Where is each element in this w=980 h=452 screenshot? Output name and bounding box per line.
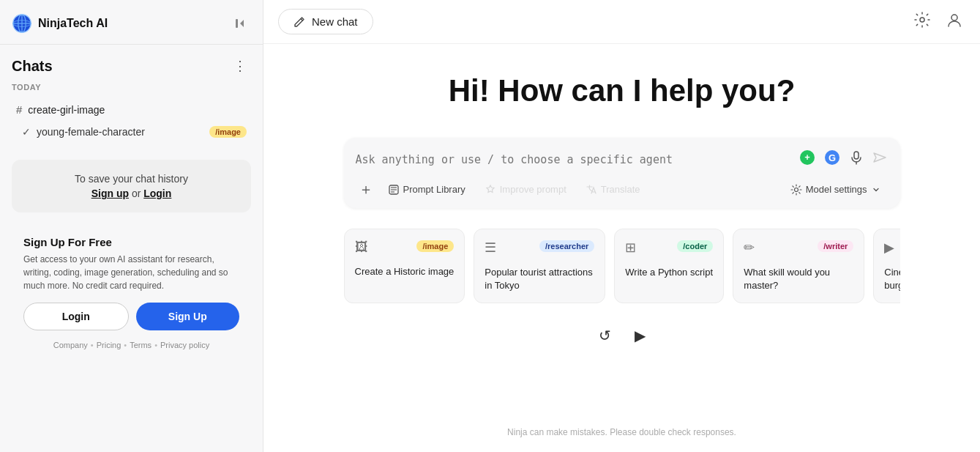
footer-links: Company • Pricing • Terms • Privacy poli…: [23, 341, 239, 349]
coder-card-icon: ⊞: [625, 240, 636, 256]
suggestion-card-coder[interactable]: ⊞ /coder Write a Python script: [614, 229, 724, 303]
suggestion-card-video[interactable]: Beta ▶ /video Cinematic shot of a burger: [873, 229, 899, 303]
researcher-card-icon: ☰: [485, 240, 496, 256]
image-tag: /image: [209, 126, 247, 138]
suggestion-card-researcher[interactable]: ☰ /researcher Popular tourist attraction…: [474, 229, 605, 303]
new-chat-button[interactable]: New chat: [278, 9, 373, 34]
chat-item-name: create-girl-image: [28, 104, 247, 116]
privacy-link[interactable]: Privacy policy: [160, 341, 209, 349]
check-icon: ✓: [22, 126, 31, 138]
prompt-library-label: Prompt Library: [403, 184, 465, 195]
input-toolbar: ＋ Prompt Library Improve prompt: [356, 178, 889, 201]
send-icon: [872, 150, 887, 165]
settings-icon: [914, 12, 930, 28]
sidebar-header: NinjaTech AI: [0, 0, 263, 45]
svg-point-19: [794, 188, 798, 191]
suggestion-cards: 🖼 /image Create a Historic image ☰ /rese…: [344, 229, 900, 309]
add-button[interactable]: ＋: [356, 178, 376, 201]
promo-description: Get access to your own AI assistant for …: [23, 253, 239, 292]
translate-button[interactable]: Translate: [578, 180, 648, 199]
pencil-icon: [293, 15, 306, 28]
logo-area: NinjaTech AI: [12, 13, 108, 34]
svg-point-8: [951, 15, 957, 21]
collapse-icon: [233, 16, 248, 31]
improve-prompt-icon: [485, 184, 496, 196]
suggestion-card-writer[interactable]: ✏ /writer What skill would you master?: [733, 229, 864, 303]
card-header-writer: ✏ /writer: [744, 240, 853, 260]
improve-prompt-label: Improve prompt: [500, 184, 566, 195]
writer-tag: /writer: [818, 240, 853, 252]
coder-tag: /coder: [677, 240, 713, 252]
topbar-right: [911, 9, 965, 34]
model-settings-button[interactable]: Model settings: [783, 180, 889, 199]
input-icons-right: + G: [798, 148, 889, 171]
chats-title: Chats: [12, 58, 53, 75]
chat-input[interactable]: [356, 153, 790, 166]
carousel-forward-button[interactable]: ▶: [629, 324, 651, 347]
green-circle-icon: +: [799, 149, 815, 166]
video-card-text: Cinematic shot of a burger: [884, 266, 899, 292]
image-card-text: Create a Historic image: [355, 265, 455, 278]
auth-buttons: Login Sign Up: [23, 303, 239, 330]
save-history-links: Sign up or Login: [23, 188, 239, 199]
hash-icon: #: [16, 103, 22, 116]
carousel-back-button[interactable]: ↺: [593, 324, 617, 347]
terms-link[interactable]: Terms: [130, 341, 152, 349]
user-icon: [946, 12, 962, 28]
writer-card-icon: ✏: [744, 240, 755, 256]
chevron-down-icon: [871, 185, 881, 195]
login-link[interactable]: Login: [143, 188, 171, 199]
main-content: Hi! How can I help you? +: [263, 44, 980, 452]
pricing-link[interactable]: Pricing: [97, 341, 121, 349]
signup-button[interactable]: Sign Up: [136, 303, 240, 330]
model-settings-icon: [790, 184, 802, 196]
chat-item-create-girl-image[interactable]: # create-girl-image: [12, 97, 251, 122]
send-button[interactable]: [871, 149, 889, 170]
svg-text:+: +: [804, 152, 810, 163]
svg-rect-6: [236, 19, 238, 28]
or-text: or: [132, 188, 143, 199]
improve-prompt-button[interactable]: Improve prompt: [477, 180, 574, 199]
suggestion-card-image[interactable]: 🖼 /image Create a Historic image: [344, 229, 465, 303]
chat-item-young-female-character[interactable]: ✓ young-female-character /image: [12, 122, 251, 142]
image-card-icon: 🖼: [355, 240, 368, 255]
app-name: NinjaTech AI: [38, 17, 108, 30]
chat-input-area: + G: [344, 138, 900, 208]
microphone-icon: [849, 150, 864, 165]
microphone-button[interactable]: [848, 149, 865, 170]
main-topbar: New chat: [263, 0, 980, 44]
prompt-library-button[interactable]: Prompt Library: [381, 180, 473, 199]
researcher-tag: /researcher: [539, 240, 594, 252]
promo-title: Sign Up For Free: [23, 236, 239, 248]
chats-menu-button[interactable]: ⋮: [229, 56, 251, 75]
sidebar: NinjaTech AI Chats ⋮ TODAY # create-girl…: [0, 0, 263, 452]
signup-promo: Sign Up For Free Get access to your own …: [12, 224, 251, 361]
svg-rect-13: [854, 152, 859, 159]
signup-link[interactable]: Sign up: [91, 188, 129, 199]
today-label: TODAY: [12, 83, 251, 92]
chats-section: Chats ⋮ TODAY # create-girl-image ✓ youn…: [0, 45, 263, 148]
chats-header: Chats ⋮: [12, 56, 251, 75]
svg-point-7: [920, 18, 924, 22]
attachment-button[interactable]: +: [798, 148, 817, 171]
card-header-researcher: ☰ /researcher: [485, 240, 594, 260]
user-profile-button[interactable]: [943, 9, 965, 34]
coder-card-text: Write a Python script: [625, 266, 713, 279]
researcher-card-text: Popular tourist attractions in Tokyo: [485, 266, 594, 292]
card-header-video: ▶ /video: [884, 240, 899, 260]
collapse-sidebar-button[interactable]: [231, 13, 251, 34]
translate-icon: [586, 184, 597, 196]
new-chat-label: New chat: [312, 15, 358, 28]
carousel-controls: ↺ ▶: [593, 324, 651, 347]
writer-card-text: What skill would you master?: [744, 266, 853, 292]
translate-label: Translate: [601, 184, 640, 195]
main-area: New chat Hi! How can I help you?: [263, 0, 980, 452]
image-tag: /image: [416, 240, 454, 252]
card-header-coder: ⊞ /coder: [625, 240, 713, 260]
company-link[interactable]: Company: [53, 341, 88, 349]
login-button[interactable]: Login: [23, 303, 129, 330]
bottom-note: Ninja can make mistakes. Please double c…: [507, 420, 736, 437]
logo-globe-icon: [12, 13, 32, 34]
settings-button[interactable]: [911, 9, 933, 34]
gemini-button[interactable]: G: [823, 148, 842, 171]
